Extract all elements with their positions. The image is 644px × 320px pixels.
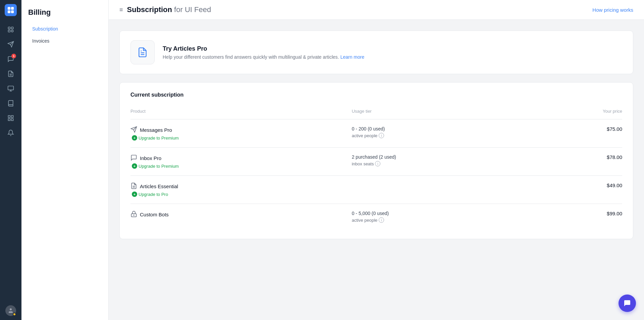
main-header: ≡ Subscription for UI Feed How pricing w…	[109, 0, 644, 20]
product-cell-inner: Custom Bots	[130, 211, 352, 218]
promo-title: Try Articles Pro	[163, 45, 364, 52]
icon-rail: 1	[0, 0, 21, 320]
svg-rect-1	[11, 7, 14, 10]
inbox-badge: 1	[11, 54, 16, 58]
col-header-price: Your price	[524, 106, 622, 119]
main-content: ≡ Subscription for UI Feed How pricing w…	[109, 0, 644, 320]
col-header-usage: Usage tier	[352, 106, 524, 119]
apps-nav-icon[interactable]	[4, 111, 17, 125]
subscription-section-title: Current subscription	[130, 92, 622, 98]
page-title: Subscription for UI Feed	[127, 5, 211, 14]
upgrade-plus-icon: +	[132, 192, 137, 197]
messages-nav-icon[interactable]	[4, 38, 17, 51]
svg-rect-2	[8, 10, 10, 13]
product-name: Custom Bots	[130, 211, 352, 218]
sidebar-item-subscription[interactable]: Subscription	[28, 23, 102, 34]
product-icon-3	[130, 211, 137, 218]
svg-rect-14	[11, 116, 13, 118]
usage-tier-cell: 0 - 5,000 (0 used) active people i	[352, 204, 524, 230]
sidebar-title: Billing	[28, 8, 102, 17]
svg-point-7	[11, 30, 13, 32]
hamburger-icon[interactable]: ≡	[119, 6, 123, 13]
usage-tier-sub: inbox seats i	[352, 161, 524, 166]
notifications-nav-icon[interactable]	[4, 126, 17, 140]
product-cell-inner: Inbox Pro + Upgrade to Premium	[130, 154, 352, 169]
learn-more-link[interactable]: Learn more	[340, 54, 365, 60]
sidebar-nav: Subscription Invoices	[28, 23, 102, 46]
product-cell: Custom Bots	[130, 204, 352, 230]
usage-tier-cell	[352, 176, 524, 204]
product-cell: Articles Essential + Upgrade to Pro	[130, 176, 352, 204]
price-cell: $49.00	[524, 176, 622, 204]
product-cell-inner: Articles Essential + Upgrade to Pro	[130, 182, 352, 197]
col-header-product: Product	[130, 106, 352, 119]
svg-rect-10	[8, 86, 14, 90]
table-row: Inbox Pro + Upgrade to Premium 2 purchas…	[130, 148, 622, 176]
usage-tier-sub: active people i	[352, 217, 524, 223]
table-row: Custom Bots 0 - 5,000 (0 used) active pe…	[130, 204, 622, 230]
table-row: Articles Essential + Upgrade to Pro $49.…	[130, 176, 622, 204]
usage-tier-cell: 2 purchased (2 used) inbox seats i	[352, 148, 524, 176]
usage-tier-text: 0 - 5,000 (0 used)	[352, 211, 524, 216]
svg-point-17	[10, 308, 12, 310]
product-icon-1	[130, 154, 137, 162]
svg-rect-13	[8, 116, 10, 118]
reports-nav-icon[interactable]	[4, 67, 17, 81]
avatar-status-dot	[13, 313, 16, 316]
knowledge-nav-icon[interactable]	[4, 97, 17, 110]
sidebar-item-invoices[interactable]: Invoices	[28, 36, 102, 46]
info-icon[interactable]: i	[379, 133, 384, 138]
table-row: Messages Pro + Upgrade to Premium 0 - 20…	[130, 119, 622, 148]
svg-rect-16	[11, 119, 13, 121]
subscription-table: Product Usage tier Your price Messages P…	[130, 106, 622, 229]
promo-text: Try Articles Pro Help your different cus…	[163, 45, 364, 60]
outbound-nav-icon[interactable]	[4, 82, 17, 95]
product-name: Inbox Pro	[130, 154, 352, 162]
product-cell-inner: Messages Pro + Upgrade to Premium	[130, 126, 352, 141]
promo-icon	[130, 40, 155, 64]
price-cell: $78.00	[524, 148, 622, 176]
info-icon[interactable]: i	[379, 217, 384, 223]
svg-point-24	[133, 215, 134, 216]
upgrade-plus-icon: +	[132, 163, 137, 169]
product-icon-0	[130, 126, 137, 134]
svg-rect-4	[8, 27, 10, 29]
upgrade-link-2[interactable]: + Upgrade to Pro	[132, 192, 352, 197]
contacts-nav-icon[interactable]	[4, 23, 17, 36]
user-avatar[interactable]	[5, 305, 16, 316]
price-cell: $75.00	[524, 119, 622, 148]
product-cell: Messages Pro + Upgrade to Premium	[130, 119, 352, 148]
upgrade-link-1[interactable]: + Upgrade to Premium	[132, 163, 352, 169]
svg-rect-6	[8, 30, 10, 32]
usage-tier-cell: 0 - 200 (0 used) active people i	[352, 119, 524, 148]
promo-banner: Try Articles Pro Help your different cus…	[119, 31, 633, 74]
svg-rect-5	[11, 27, 13, 29]
subscription-card: Current subscription Product Usage tier …	[119, 82, 633, 239]
content-area: Try Articles Pro Help your different cus…	[109, 20, 644, 250]
usage-tier-text: 2 purchased (2 used)	[352, 154, 524, 160]
chat-bubble[interactable]	[619, 295, 636, 312]
header-left: ≡ Subscription for UI Feed	[119, 5, 211, 14]
inbox-nav-icon[interactable]: 1	[4, 52, 17, 66]
app-logo[interactable]	[5, 4, 17, 16]
how-pricing-link[interactable]: How pricing works	[592, 7, 633, 13]
product-name: Articles Essential	[130, 182, 352, 190]
svg-rect-3	[11, 10, 14, 13]
upgrade-link-0[interactable]: + Upgrade to Premium	[132, 135, 352, 141]
svg-rect-0	[8, 7, 10, 10]
upgrade-plus-icon: +	[132, 135, 137, 141]
usage-tier-text: 0 - 200 (0 used)	[352, 126, 524, 131]
sidebar: Billing Subscription Invoices	[21, 0, 109, 320]
usage-tier-sub: active people i	[352, 133, 524, 138]
product-cell: Inbox Pro + Upgrade to Premium	[130, 148, 352, 176]
info-icon[interactable]: i	[375, 161, 380, 166]
svg-rect-15	[8, 119, 10, 121]
price-cell: $99.00	[524, 204, 622, 230]
promo-description: Help your different customers find answe…	[163, 54, 364, 60]
product-name: Messages Pro	[130, 126, 352, 134]
product-icon-2	[130, 182, 137, 190]
